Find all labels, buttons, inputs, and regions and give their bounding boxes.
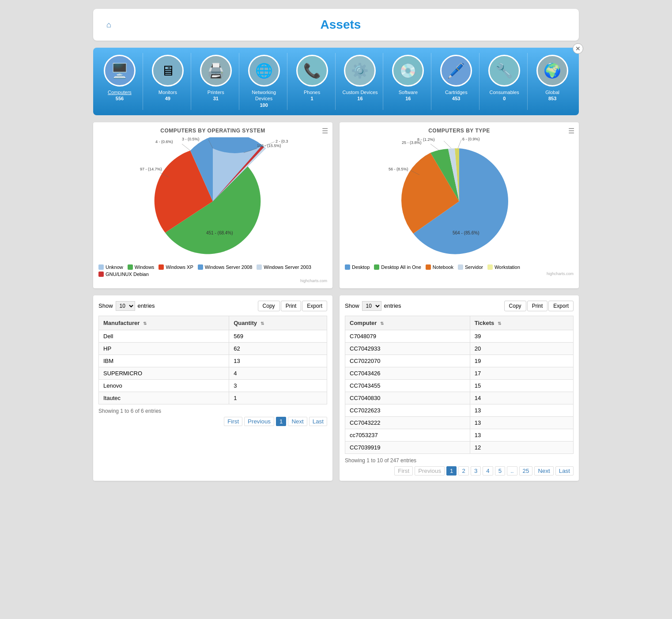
table-row: Lenovo3 <box>99 379 327 392</box>
manufacturer-col-header[interactable]: Manufacturer ⇅ <box>99 316 229 330</box>
page-btn-computer-3[interactable]: 3 <box>471 466 481 476</box>
table-manufacturer-card: Show 102550 entries Copy Print Export Ma… <box>93 295 332 481</box>
computer-cell: CC7043455 <box>345 379 470 392</box>
home-icon[interactable]: ⌂ <box>106 20 111 30</box>
chart-os-title: COMPUTERS BY OPERATING SYSTEM <box>98 128 327 134</box>
page-btn-computer-..[interactable]: .. <box>507 466 517 476</box>
table-row: HP62 <box>99 342 327 355</box>
table-row: CC704293320 <box>345 342 574 355</box>
show-label-manufacturer: Show <box>98 302 113 309</box>
show-label-computer: Show <box>345 302 359 309</box>
export-button-computer[interactable]: Export <box>548 301 574 311</box>
category-item-phones[interactable]: 📞Phones1 <box>289 53 336 110</box>
close-button[interactable]: ✕ <box>573 43 583 54</box>
category-label-computers: Computers556 <box>108 89 132 102</box>
category-icon-custom: ⚙️ <box>344 55 376 87</box>
legend-item-windows-xp: Windows XP <box>159 264 193 270</box>
category-item-custom[interactable]: ⚙️Custom Devices16 <box>337 53 384 110</box>
legend-item-windows: Windows <box>128 264 155 270</box>
copy-button-manufacturer[interactable]: Copy <box>258 301 280 311</box>
header-card: ⌂ Assets <box>93 9 579 41</box>
quantity-cell: 569 <box>229 330 327 342</box>
computer-cell: CC7022070 <box>345 355 470 367</box>
legend-item-windows-server-2003: Windows Server 2003 <box>257 264 311 270</box>
svg-text:3 - (0.5%): 3 - (0.5%) <box>182 137 200 141</box>
page-btn-manufacturer-last[interactable]: Last <box>309 417 327 426</box>
page-btn-computer-5[interactable]: 5 <box>495 466 505 476</box>
chart-type-menu-icon[interactable]: ☰ <box>568 127 574 135</box>
entries-label-computer: entries <box>384 302 401 309</box>
show-select-manufacturer[interactable]: 102550 <box>116 301 135 311</box>
category-icon-computers: 🖥️ <box>104 55 136 87</box>
category-item-monitors[interactable]: 🖥Monitors49 <box>145 53 191 110</box>
category-item-printers[interactable]: 🖨️Printers31 <box>193 53 239 110</box>
category-item-global[interactable]: 🌍Global853 <box>529 53 575 110</box>
table-row: Itautec1 <box>99 392 327 404</box>
export-button-manufacturer[interactable]: Export <box>302 301 327 311</box>
category-icon-networking: 🌐 <box>248 55 280 87</box>
category-icon-consumables: 🔧 <box>488 55 520 87</box>
category-icon-software: 💿 <box>392 55 424 87</box>
manufacturer-table-info: Showing 1 to 6 of 6 entries <box>98 408 327 414</box>
page-btn-manufacturer-next[interactable]: Next <box>288 417 307 426</box>
category-label-custom: Custom Devices16 <box>342 89 378 102</box>
page-btn-computer-1[interactable]: 1 <box>446 466 457 476</box>
svg-text:25 - (3.8%): 25 - (3.8%) <box>402 140 422 145</box>
tickets-cell: 13 <box>470 416 573 429</box>
page-btn-computer-2[interactable]: 2 <box>458 466 468 476</box>
category-item-software[interactable]: 💿Software16 <box>385 53 431 110</box>
manufacturer-cell: SUPERMICRO <box>99 367 229 379</box>
page-btn-computer-last[interactable]: Last <box>555 466 574 476</box>
tickets-cell: 12 <box>470 441 573 453</box>
category-item-consumables[interactable]: 🔧Consumables0 <box>481 53 528 110</box>
svg-text:2 - (0.3%): 2 - (0.3%) <box>276 139 288 143</box>
computer-col-header[interactable]: Computer ⇅ <box>345 316 470 330</box>
print-button-computer[interactable]: Print <box>527 301 548 311</box>
charts-row: COMPUTERS BY OPERATING SYSTEM ☰ <box>93 122 579 288</box>
svg-text:4 - (0.6%): 4 - (0.6%) <box>155 140 173 144</box>
svg-line-4 <box>182 144 190 151</box>
page-btn-computer-first[interactable]: First <box>394 466 413 476</box>
table-computer-buttons: Copy Print Export <box>504 301 574 311</box>
quantity-col-header[interactable]: Quantity ⇅ <box>229 316 327 330</box>
manufacturer-cell: HP <box>99 342 229 355</box>
show-entries-manufacturer: Show 102550 entries <box>98 301 155 311</box>
category-bar: 🖥️Computers556🖥Monitors49🖨️Printers31🌐Ne… <box>93 48 579 115</box>
category-item-cartridges[interactable]: 🖊️Cartridges453 <box>433 53 479 110</box>
manufacturer-pagination: FirstPrevious1NextLast <box>98 417 327 426</box>
category-item-computers[interactable]: 🖥️Computers556 <box>97 53 143 110</box>
chart-os-menu-icon[interactable]: ☰ <box>322 127 328 135</box>
page-btn-computer-4[interactable]: 4 <box>483 466 493 476</box>
category-label-cartridges: Cartridges453 <box>445 89 468 102</box>
category-bar-wrapper: 🖥️Computers556🖥Monitors49🖨️Printers31🌐Ne… <box>93 48 579 115</box>
category-item-networking[interactable]: 🌐Networking Devices100 <box>241 53 287 110</box>
table-row: CC704083014 <box>345 392 574 404</box>
show-select-computer[interactable]: 102550 <box>362 301 381 311</box>
legend-item-type-desktop-all-in-one: Desktop All in One <box>374 264 421 270</box>
manufacturer-table: Manufacturer ⇅ Quantity ⇅ Dell569HP62IBM… <box>98 316 327 404</box>
category-label-global: Global853 <box>545 89 559 102</box>
legend-item-gnu/linux-debian: GNU/LINUX Debian <box>98 272 149 277</box>
legend-item-type-workstation: Workstation <box>487 264 520 270</box>
page-btn-manufacturer-previous[interactable]: Previous <box>244 417 274 426</box>
page-btn-manufacturer-first[interactable]: First <box>224 417 242 426</box>
tickets-cell: 39 <box>470 330 573 342</box>
quantity-cell: 13 <box>229 355 327 367</box>
tickets-col-header[interactable]: Tickets ⇅ <box>470 316 573 330</box>
page-btn-computer-next[interactable]: Next <box>534 466 553 476</box>
table-computer-card: Show 102550 entries Copy Print Export Co… <box>340 295 579 481</box>
page-btn-computer-previous[interactable]: Previous <box>415 466 445 476</box>
copy-button-computer[interactable]: Copy <box>504 301 526 311</box>
page-btn-manufacturer-1[interactable]: 1 <box>276 417 286 426</box>
chart-os-card: COMPUTERS BY OPERATING SYSTEM ☰ <box>93 122 332 288</box>
entries-label-manufacturer: entries <box>138 302 155 309</box>
computer-cell: C7048079 <box>345 330 470 342</box>
computer-cell: CC7039919 <box>345 441 470 453</box>
tickets-cell: 15 <box>470 379 573 392</box>
legend-item-type-servidor: Servidor <box>458 264 483 270</box>
computer-cell: CC7022623 <box>345 404 470 416</box>
computer-pagination: FirstPrevious12345..25NextLast <box>345 466 574 476</box>
print-button-manufacturer[interactable]: Print <box>281 301 302 311</box>
table-row: CC704342617 <box>345 367 574 379</box>
page-btn-computer-25[interactable]: 25 <box>519 466 533 476</box>
